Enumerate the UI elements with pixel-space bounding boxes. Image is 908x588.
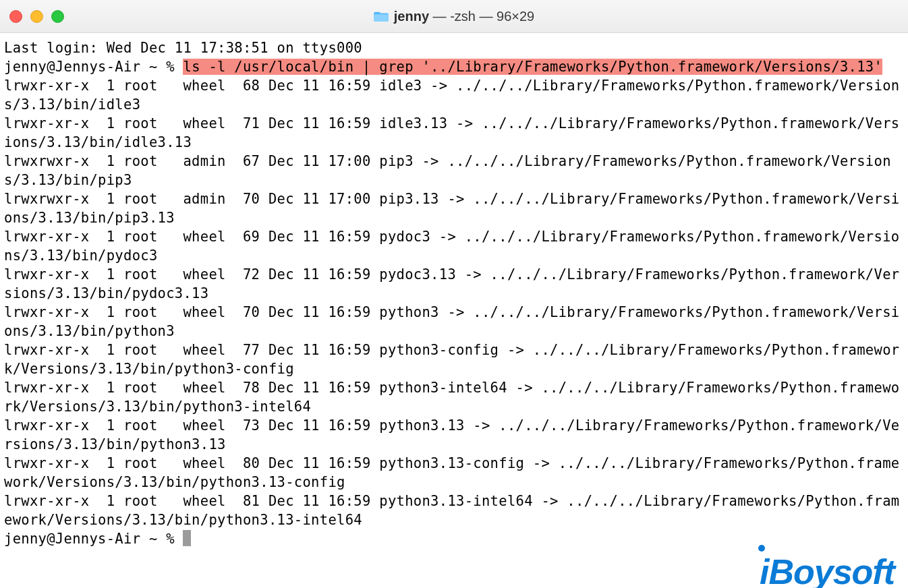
- window-title: jenny — -zsh — 96×29: [0, 7, 908, 26]
- prompt-1: jenny@Jennys-Air ~ %: [4, 59, 183, 75]
- output-line: lrwxr-xr-x 1 root wheel 78 Dec 11 16:59 …: [4, 380, 899, 415]
- login-line: Last login: Wed Dec 11 17:38:51 on ttys0…: [4, 40, 362, 56]
- minimize-button[interactable]: [30, 10, 43, 23]
- watermark-logo: iBoysoft: [750, 562, 895, 581]
- folder-icon: [374, 10, 389, 22]
- close-button[interactable]: [9, 10, 22, 23]
- title-folder: jenny: [394, 9, 429, 24]
- prompt-2: jenny@Jennys-Air ~ %: [4, 531, 183, 547]
- title-rest: — -zsh — 96×29: [429, 9, 534, 24]
- window-controls: [0, 10, 64, 23]
- cursor-block: [183, 530, 191, 546]
- output-line: lrwxrwxr-x 1 root admin 70 Dec 11 17:00 …: [4, 191, 899, 226]
- output-line: lrwxr-xr-x 1 root wheel 77 Dec 11 16:59 …: [4, 342, 899, 377]
- window-titlebar: jenny — -zsh — 96×29: [0, 0, 908, 33]
- output-line: lrwxr-xr-x 1 root wheel 72 Dec 11 16:59 …: [4, 266, 899, 301]
- zoom-button[interactable]: [51, 10, 64, 23]
- output-line: lrwxr-xr-x 1 root wheel 71 Dec 11 16:59 …: [4, 115, 899, 150]
- output-line: lrwxr-xr-x 1 root wheel 69 Dec 11 16:59 …: [4, 229, 899, 264]
- watermark-text: iBoysoft: [760, 562, 895, 581]
- output-line: lrwxr-xr-x 1 root wheel 68 Dec 11 16:59 …: [4, 78, 899, 113]
- output-line: lrwxr-xr-x 1 root wheel 73 Dec 11 16:59 …: [4, 417, 899, 452]
- output-line: lrwxr-xr-x 1 root wheel 70 Dec 11 16:59 …: [4, 304, 899, 339]
- output-line: lrwxr-xr-x 1 root wheel 81 Dec 11 16:59 …: [4, 493, 899, 528]
- command-highlight: ls -l /usr/local/bin | grep '../Library/…: [183, 59, 882, 75]
- terminal-area[interactable]: Last login: Wed Dec 11 17:38:51 on ttys0…: [0, 33, 908, 548]
- output-line: lrwxrwxr-x 1 root admin 67 Dec 11 17:00 …: [4, 153, 891, 188]
- output-line: lrwxr-xr-x 1 root wheel 80 Dec 11 16:59 …: [4, 455, 899, 490]
